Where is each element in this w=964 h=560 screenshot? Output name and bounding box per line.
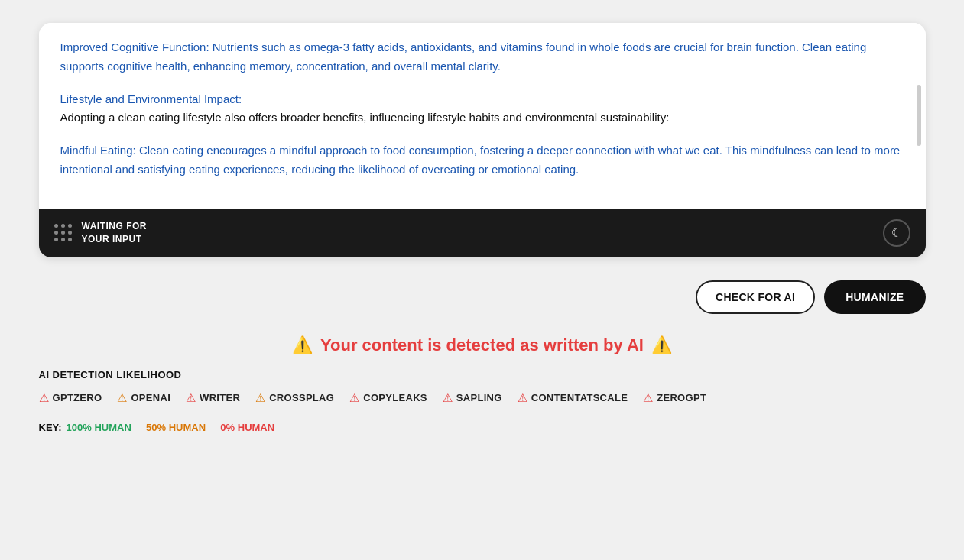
- key-separator-1: [136, 422, 141, 433]
- detector-item-contentatscale: ⚠CONTENTATSCALE: [518, 391, 628, 405]
- detector-name-label: ZEROGPT: [657, 392, 706, 403]
- paragraph-mindful-text: Mindful Eating: Clean eating encourages …: [60, 144, 901, 176]
- detector-warning-icon: ⚠: [186, 391, 196, 405]
- detector-item-openai: ⚠OPENAI: [117, 391, 170, 405]
- alert-warning-icon-right: ⚠️: [651, 335, 672, 355]
- key-label: KEY:: [39, 422, 62, 433]
- detector-warning-icon: ⚠: [255, 391, 265, 405]
- paragraph-lifestyle-heading: Lifestyle and Environmental Impact:: [60, 92, 242, 105]
- scrollbar[interactable]: [917, 85, 921, 146]
- detector-warning-icon: ⚠: [39, 391, 49, 405]
- detector-name-label: OPENAI: [131, 392, 170, 403]
- dot: [54, 231, 58, 235]
- detector-warning-icon: ⚠: [117, 391, 127, 405]
- detector-warning-icon: ⚠: [443, 391, 453, 405]
- paragraph-lifestyle-text: Adopting a clean eating lifestyle also o…: [60, 111, 670, 124]
- dots-grid-icon: [54, 224, 73, 242]
- paragraph-cognitive: Improved Cognitive Function: Nutrients s…: [60, 38, 904, 76]
- humanize-button[interactable]: HUMANIZE: [824, 280, 925, 314]
- paragraph-mindful: Mindful Eating: Clean eating encourages …: [60, 141, 904, 180]
- detector-name-label: WRITER: [200, 392, 240, 403]
- detector-item-crossplag: ⚠CROSSPLAG: [255, 391, 334, 405]
- paragraph-cognitive-text: Improved Cognitive Function: Nutrients s…: [60, 40, 867, 73]
- detector-item-gptzero: ⚠GPTZERO: [39, 391, 102, 405]
- detector-name-label: COPYLEAKS: [363, 392, 427, 403]
- main-card: Improved Cognitive Function: Nutrients s…: [39, 23, 926, 257]
- key-separator-2: [210, 422, 216, 433]
- detector-name-label: SAPLING: [456, 392, 502, 403]
- detector-name-label: CROSSPLAG: [269, 392, 334, 403]
- key-0-human: 0% HUMAN: [220, 422, 274, 433]
- detector-item-writer: ⚠WRITER: [186, 391, 240, 405]
- detector-name-label: CONTENTATSCALE: [531, 392, 628, 403]
- alert-message: Your content is detected as written by A…: [320, 335, 644, 355]
- key-row: KEY: 100% HUMAN 50% HUMAN 0% HUMAN: [39, 422, 926, 433]
- moon-icon: ☾: [891, 225, 902, 240]
- paragraph-lifestyle: Lifestyle and Environmental Impact: Adop…: [60, 90, 904, 128]
- detectors-row: ⚠GPTZERO⚠OPENAI⚠WRITER⚠CROSSPLAG⚠COPYLEA…: [39, 391, 926, 408]
- detector-item-copyleaks: ⚠COPYLEAKS: [349, 391, 427, 405]
- detection-section: ⚠️ Your content is detected as written b…: [39, 328, 926, 433]
- dot: [61, 231, 65, 235]
- dot: [54, 238, 58, 241]
- dot: [68, 224, 72, 228]
- detector-item-zerogpt: ⚠ZEROGPT: [643, 391, 706, 405]
- dot: [61, 224, 65, 228]
- waiting-label: WAITING FOR YOUR INPUT: [82, 220, 148, 246]
- dot: [68, 231, 72, 235]
- key-50-human: 50% HUMAN: [146, 422, 206, 433]
- check-for-ai-button[interactable]: CHECK FOR AI: [696, 280, 815, 314]
- key-100-human: 100% HUMAN: [67, 422, 131, 433]
- toolbar-left: WAITING FOR YOUR INPUT: [54, 220, 148, 246]
- dark-mode-button[interactable]: ☾: [883, 219, 910, 247]
- dot: [54, 224, 58, 228]
- detector-warning-icon: ⚠: [349, 391, 359, 405]
- dot: [68, 238, 72, 241]
- detector-item-sapling: ⚠SAPLING: [443, 391, 502, 405]
- detection-label: AI DETECTION LIKELIHOOD: [39, 369, 926, 380]
- toolbar: WAITING FOR YOUR INPUT ☾: [39, 209, 926, 257]
- detector-warning-icon: ⚠: [518, 391, 527, 405]
- alert-banner: ⚠️ Your content is detected as written b…: [39, 335, 926, 355]
- content-area[interactable]: Improved Cognitive Function: Nutrients s…: [39, 23, 926, 209]
- detector-name-label: GPTZERO: [53, 392, 102, 403]
- alert-warning-icon-left: ⚠️: [292, 335, 313, 355]
- dot: [61, 238, 65, 241]
- detector-warning-icon: ⚠: [643, 391, 653, 405]
